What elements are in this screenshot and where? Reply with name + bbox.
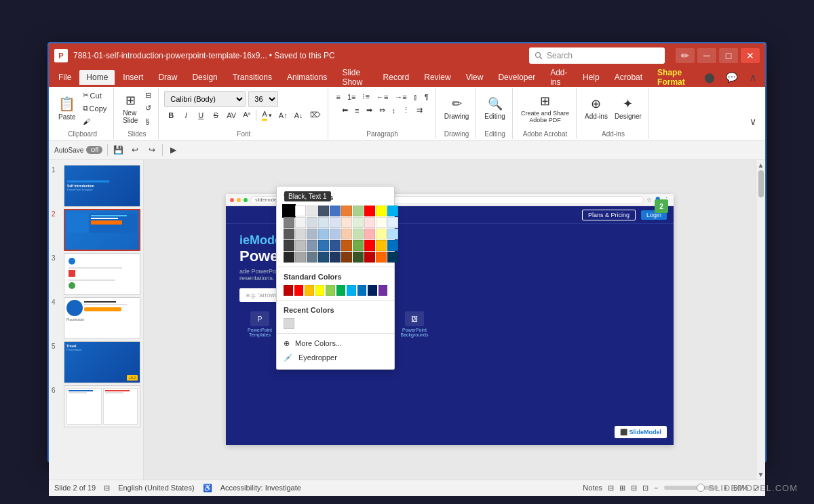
tc-5-4[interactable] xyxy=(341,252,352,263)
scroll-thumb[interactable] xyxy=(758,170,764,197)
close-button[interactable]: ✕ xyxy=(741,48,760,63)
collapse-ribbon-btn[interactable]: ∧ xyxy=(743,68,762,87)
fontsizeup-button[interactable]: A↑ xyxy=(276,109,290,121)
editing-button[interactable]: 🔍 Editing xyxy=(482,91,508,126)
tc-4-3[interactable] xyxy=(330,240,341,251)
eyedropper-item[interactable]: 💉 Eyedropper xyxy=(277,351,394,365)
tc-5-0[interactable] xyxy=(341,206,352,216)
slide-5-thumb[interactable]: 5 Travel Presentation +5.2 xyxy=(52,341,140,383)
drawing-button[interactable]: ✏ Drawing xyxy=(442,91,472,126)
sc-8[interactable] xyxy=(368,285,377,296)
more-colors-item[interactable]: ⊕ More Colors... xyxy=(277,336,394,351)
tc-8-0[interactable] xyxy=(376,206,387,216)
vertical-scrollbar[interactable]: ▲ ▼ xyxy=(756,160,765,480)
tc-9-4[interactable] xyxy=(387,252,398,263)
indent-decrease-button[interactable]: ←≡ xyxy=(374,91,391,103)
rc-0[interactable] xyxy=(284,318,294,329)
tc-7-2[interactable] xyxy=(364,229,375,239)
align-right-button[interactable]: ➡ xyxy=(364,104,375,117)
tc-2-1[interactable] xyxy=(307,217,317,228)
tc-8-1[interactable] xyxy=(376,217,387,228)
comment-btn[interactable]: 💬 xyxy=(722,68,741,87)
bold-button[interactable]: B xyxy=(164,109,178,121)
tc-8-4[interactable] xyxy=(376,252,387,263)
tc-8-3[interactable] xyxy=(376,240,387,251)
tc-2-2[interactable] xyxy=(307,229,317,239)
align-left-button[interactable]: ⬅ xyxy=(339,104,351,117)
clearformat-button[interactable]: ⌦ xyxy=(307,109,324,121)
tab-shape-format[interactable]: Shape Format xyxy=(651,65,699,90)
tc-1-2[interactable] xyxy=(295,229,306,239)
smartart-button[interactable]: ⋮ xyxy=(400,104,412,117)
tab-draw[interactable]: Draw xyxy=(151,70,184,85)
slide-6-img[interactable] xyxy=(64,385,140,427)
theme-color-black[interactable]: Black, Text 1 xyxy=(284,206,294,216)
undo-button[interactable]: ↩ xyxy=(127,142,143,157)
maximize-button[interactable]: □ xyxy=(719,48,738,63)
underline-button[interactable]: U xyxy=(194,109,208,121)
tab-file[interactable]: File xyxy=(52,70,78,85)
tc-0-2[interactable] xyxy=(284,229,294,239)
designer-button[interactable]: ✦ Designer xyxy=(612,91,644,126)
tc-4-2[interactable] xyxy=(330,229,341,239)
tc-2-4[interactable] xyxy=(307,252,317,263)
tc-7-3[interactable] xyxy=(364,240,375,251)
slide-3-img[interactable] xyxy=(64,253,140,295)
section-button[interactable]: § xyxy=(142,115,154,128)
slide-5-img[interactable]: Travel Presentation +5.2 xyxy=(64,341,140,383)
tab-acrobat[interactable]: Acrobat xyxy=(608,70,649,85)
font-selector[interactable]: Calibri (Body) xyxy=(164,91,246,107)
accessibility-label[interactable]: Accessibility: Investigate xyxy=(220,484,301,492)
slide-6-thumb[interactable]: 6 xyxy=(52,385,140,427)
strikethrough-button[interactable]: S xyxy=(209,109,222,121)
tc-3-3[interactable] xyxy=(318,240,329,251)
layout-button[interactable]: ⊟ xyxy=(142,90,154,102)
scroll-up-btn[interactable]: ▲ xyxy=(758,161,764,169)
italic-button[interactable]: I xyxy=(179,109,193,121)
tab-design[interactable]: Design xyxy=(185,70,224,85)
multilevel-button[interactable]: ⁝≡ xyxy=(360,91,372,103)
sc-0[interactable] xyxy=(284,285,293,296)
sc-7[interactable] xyxy=(357,285,367,296)
tc-6-3[interactable] xyxy=(353,240,364,251)
tc-1-3[interactable] xyxy=(295,240,306,251)
copy-button[interactable]: ⧉ Copy xyxy=(80,102,110,115)
tc-6-2[interactable] xyxy=(353,229,364,239)
morefonts-button[interactable]: Aᵃ xyxy=(240,109,253,121)
zoom-handle[interactable] xyxy=(697,484,705,492)
indent-increase-button[interactable]: →≡ xyxy=(392,91,409,103)
fontcolor-button[interactable]: A ▾ xyxy=(259,109,274,121)
sc-5[interactable] xyxy=(336,285,346,296)
tc-3-0[interactable] xyxy=(318,206,329,216)
view-reading-icon[interactable]: ⊟ xyxy=(631,484,637,492)
tc-9-0[interactable] xyxy=(387,206,398,216)
fontsizedown-button[interactable]: A↓ xyxy=(292,109,306,121)
tc-2-3[interactable] xyxy=(307,240,317,251)
justify-button[interactable]: ⇔ xyxy=(376,104,388,117)
minimize-button[interactable]: ─ xyxy=(697,48,716,63)
slide-1-thumb[interactable]: 1 Self Introduction PowerPoint Template xyxy=(52,165,140,207)
charspacing-button[interactable]: AV xyxy=(224,109,239,121)
tab-animations[interactable]: Animations xyxy=(280,70,334,85)
tc-3-1[interactable] xyxy=(318,217,329,228)
tc-7-0[interactable] xyxy=(364,206,375,216)
sc-4[interactable] xyxy=(326,285,335,296)
tc-8-2[interactable] xyxy=(376,229,387,239)
tc-6-1[interactable] xyxy=(353,217,364,228)
tc-1-4[interactable] xyxy=(295,252,306,263)
sc-3[interactable] xyxy=(315,285,325,296)
tab-review[interactable]: Review xyxy=(417,70,457,85)
paste-button[interactable]: 📋 Paste xyxy=(56,91,79,126)
textdir-button[interactable]: ⇉ xyxy=(414,104,425,117)
autosave-toggle[interactable]: AutoSave Off xyxy=(52,142,105,157)
slide-1-img[interactable]: Self Introduction PowerPoint Template xyxy=(64,165,140,207)
tc-0-1[interactable] xyxy=(284,217,294,228)
pen-icon[interactable]: ✏ xyxy=(676,48,695,63)
font-size-selector[interactable]: 36 xyxy=(248,91,278,107)
tc-1-1[interactable] xyxy=(295,217,306,228)
slide-4-thumb[interactable]: 4 Placeholder xyxy=(52,297,140,339)
save-button[interactable]: 💾 xyxy=(110,142,126,157)
view-presenter-icon[interactable]: ⊡ xyxy=(642,484,648,492)
slide-3-thumb[interactable]: 3 xyxy=(52,253,140,295)
view-normal-icon[interactable]: ⊟ xyxy=(608,484,614,492)
